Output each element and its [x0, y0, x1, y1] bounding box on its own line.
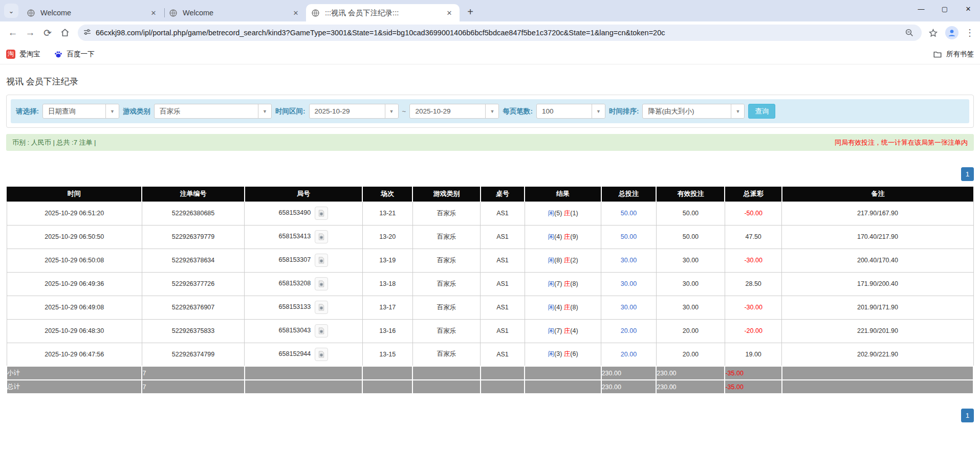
- column-header: 结果: [525, 187, 601, 201]
- cell-payout: 19.00: [725, 343, 781, 366]
- cell-session: 13-17: [362, 296, 412, 319]
- sort-order-select[interactable]: 降冪(由大到小) ▼: [642, 104, 745, 119]
- globe-icon: [169, 9, 178, 17]
- filter-bar: 请选择: 日期查询 ▼ 游戏类别 百家乐 ▼ 时间区间: 2025-10-29 …: [11, 99, 969, 123]
- column-header: 时间: [7, 187, 142, 201]
- video-replay-button[interactable]: [315, 348, 328, 361]
- page-number-button[interactable]: 1: [961, 167, 974, 181]
- game-type-label: 游戏类别: [123, 107, 150, 116]
- window-maximize-button[interactable]: ▢: [933, 0, 956, 17]
- all-bookmarks-label: 所有书签: [946, 50, 974, 59]
- cell-total-bet[interactable]: 30.00: [601, 272, 657, 296]
- url-text[interactable]: 66cxkj98.com/ipl/portal.php/game/betreco…: [96, 29, 902, 37]
- profile-avatar-icon[interactable]: [945, 26, 959, 39]
- cell-round-id: 658153043: [245, 319, 362, 343]
- filter-container: 请选择: 日期查询 ▼ 游戏类别 百家乐 ▼ 时间区间: 2025-10-29 …: [6, 95, 974, 128]
- video-replay-button[interactable]: [315, 254, 328, 267]
- window-minimize-button[interactable]: —: [909, 0, 933, 17]
- back-icon[interactable]: ←: [4, 24, 21, 41]
- cell-session: 13-18: [362, 272, 412, 296]
- subtotal-count: 7: [142, 366, 244, 380]
- address-bar[interactable]: 66cxkj98.com/ipl/portal.php/game/betreco…: [78, 25, 922, 41]
- bookmark-baidu[interactable]: 百度一下: [54, 50, 95, 59]
- chevron-down-icon[interactable]: ▼: [485, 104, 498, 118]
- column-header: 注单编号: [142, 187, 244, 201]
- cell-session: 13-21: [362, 201, 412, 225]
- chevron-down-icon[interactable]: ▼: [258, 104, 271, 118]
- cell-total-bet[interactable]: 20.00: [601, 343, 657, 366]
- cell-game-type: 百家乐: [412, 296, 480, 319]
- table-row: 2025-10-29 06:50:08 522926378634 6581533…: [7, 249, 973, 272]
- zoom-level-icon[interactable]: [902, 26, 917, 40]
- folder-icon: [933, 50, 942, 59]
- page-size-label: 每页笔数:: [503, 107, 533, 116]
- bookmarks-bar: 淘 爱淘宝 百度一下 所有书签: [0, 44, 980, 64]
- bookmark-taobao[interactable]: 淘 爱淘宝: [6, 50, 40, 59]
- cell-round-id: 658153490: [245, 201, 362, 225]
- cell-total-bet[interactable]: 20.00: [601, 319, 657, 343]
- cell-table-no: AS1: [481, 249, 525, 272]
- cell-result: 闲(7) 庄(8): [525, 272, 601, 296]
- cell-total-bet[interactable]: 50.00: [601, 201, 657, 225]
- video-replay-button[interactable]: [315, 324, 328, 338]
- bookmark-star-icon[interactable]: [926, 26, 940, 40]
- video-replay-button[interactable]: [315, 277, 328, 290]
- column-header: 备注: [782, 187, 973, 201]
- cell-time: 2025-10-29 06:48:30: [7, 319, 142, 343]
- all-bookmarks[interactable]: 所有书签: [933, 50, 974, 59]
- cell-bet-id: 522926376907: [142, 296, 244, 319]
- page-size-select[interactable]: 100 ▼: [536, 104, 605, 119]
- new-tab-button[interactable]: +: [463, 4, 478, 19]
- cell-total-bet[interactable]: 30.00: [601, 296, 657, 319]
- subtotal-label: 小计: [7, 366, 142, 380]
- page-number-button[interactable]: 1: [961, 409, 974, 422]
- chevron-down-icon[interactable]: ▼: [105, 104, 119, 118]
- column-header: 场次: [362, 187, 412, 201]
- tab-close-icon[interactable]: ✕: [148, 8, 159, 18]
- tab-close-icon[interactable]: ✕: [291, 8, 301, 18]
- window-close-button[interactable]: ✕: [956, 0, 980, 17]
- chevron-down-icon[interactable]: ▼: [731, 104, 744, 118]
- tab-bar: ⌄ Welcome ✕ Welcome ✕ :::视讯 会员下注纪录::: ✕ …: [0, 0, 980, 21]
- game-type-select[interactable]: 百家乐 ▼: [154, 104, 272, 119]
- cell-valid-bet: 50.00: [656, 225, 725, 249]
- tab-welcome-1[interactable]: Welcome ✕: [21, 4, 164, 21]
- cell-total-bet[interactable]: 50.00: [601, 225, 657, 249]
- date-from-select[interactable]: 2025-10-29 ▼: [309, 104, 399, 119]
- cell-total-bet[interactable]: 30.00: [601, 249, 657, 272]
- cell-remark: 202.90/221.90: [782, 343, 973, 366]
- reload-icon[interactable]: ⟳: [39, 24, 56, 41]
- cell-payout: 47.50: [725, 225, 781, 249]
- cell-time: 2025-10-29 06:50:50: [7, 225, 142, 249]
- tab-welcome-2[interactable]: Welcome ✕: [164, 4, 306, 21]
- forward-icon[interactable]: →: [21, 24, 39, 41]
- chevron-down-icon[interactable]: ▼: [385, 104, 398, 118]
- cell-remark: 200.40/170.40: [782, 249, 973, 272]
- browser-menu-icon[interactable]: ⋮: [964, 27, 976, 38]
- site-settings-icon[interactable]: [83, 28, 92, 38]
- cell-bet-id: 522926374799: [142, 343, 244, 366]
- window-controls: — ▢ ✕: [909, 0, 980, 17]
- browser-toolbar: ← → ⟳ 66cxkj98.com/ipl/portal.php/game/b…: [0, 21, 980, 44]
- search-button[interactable]: 查询: [748, 104, 775, 119]
- video-replay-button[interactable]: [315, 230, 328, 243]
- query-type-select[interactable]: 日期查询 ▼: [42, 104, 119, 119]
- cell-valid-bet: 30.00: [656, 249, 725, 272]
- home-icon[interactable]: [56, 24, 74, 41]
- baidu-paw-icon: [54, 50, 63, 59]
- video-replay-button[interactable]: [315, 301, 328, 314]
- cell-session: 13-16: [362, 319, 412, 343]
- table-row: 2025-10-29 06:47:56 522926374799 6581529…: [7, 343, 973, 366]
- chevron-down-icon[interactable]: ▼: [592, 104, 605, 118]
- column-header: 桌号: [481, 187, 525, 201]
- date-to-select[interactable]: 2025-10-29 ▼: [409, 104, 499, 119]
- column-header: 总派彩: [725, 187, 781, 201]
- tab-close-icon[interactable]: ✕: [444, 8, 454, 18]
- video-replay-button[interactable]: [315, 207, 328, 220]
- tab-bet-records-active[interactable]: :::视讯 会员下注纪录::: ✕: [306, 4, 460, 21]
- cell-game-type: 百家乐: [412, 343, 480, 366]
- tab-search-chevron-icon[interactable]: ⌄: [4, 4, 18, 18]
- grand-total-row: 总计 7 230.00 230.00 -35.00: [7, 380, 973, 394]
- cell-game-type: 百家乐: [412, 201, 480, 225]
- currency-summary-text: 币别 : 人民币 | 总共 :7 注单 |: [12, 138, 96, 147]
